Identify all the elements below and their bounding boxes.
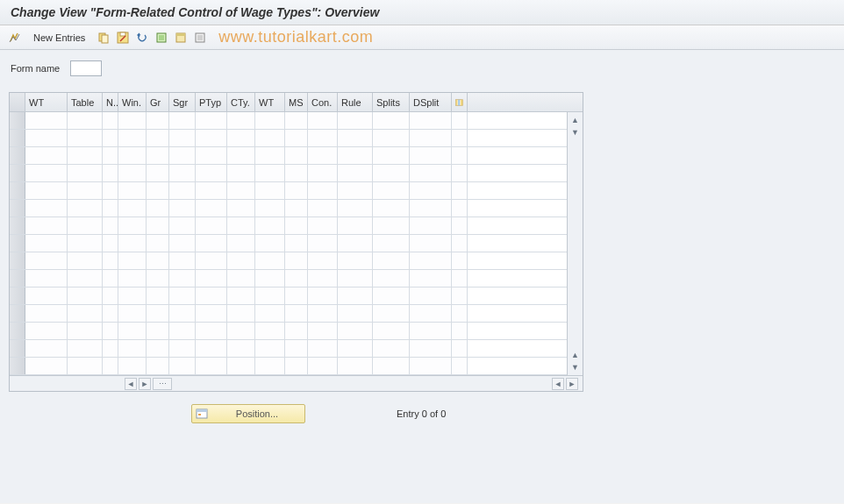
table-row[interactable] — [10, 130, 567, 147]
row-selector[interactable] — [10, 217, 25, 234]
select-block-icon[interactable] — [173, 30, 189, 46]
svg-rect-5 — [159, 35, 164, 40]
table-row[interactable] — [10, 358, 567, 375]
table-row[interactable] — [10, 287, 567, 305]
scroll-down-small-icon[interactable]: ▼ — [569, 126, 582, 138]
col-wt[interactable]: WT — [25, 93, 68, 111]
deselect-all-icon[interactable] — [192, 30, 208, 46]
entry-status: Entry 0 of 0 — [397, 408, 446, 419]
col-ptyp[interactable]: PTyp — [196, 93, 227, 111]
row-selector[interactable] — [10, 270, 25, 287]
col-gr[interactable]: Gr — [147, 93, 169, 111]
row-selector[interactable] — [10, 200, 25, 217]
col-dsplit[interactable]: DSplit — [410, 93, 452, 111]
col-rule[interactable]: Rule — [338, 93, 373, 111]
row-selector[interactable] — [10, 323, 25, 339]
table-row[interactable] — [10, 147, 567, 165]
table-row[interactable] — [10, 182, 567, 200]
table-header: WT Table N.. Win. Gr Sgr PTyp CTy. WT MS… — [10, 93, 583, 112]
select-all-column[interactable] — [10, 93, 25, 111]
table-row[interactable] — [10, 165, 567, 182]
content-area: Form name WT Table N.. Win. Gr Sgr PTyp … — [0, 50, 844, 503]
col-ms[interactable]: MS — [285, 93, 308, 111]
page-title: Change View "Form-Related Control of Wag… — [0, 0, 844, 25]
footer: Position... Entry 0 of 0 — [191, 404, 835, 423]
scroll-drag-icon[interactable]: ⋯ — [153, 378, 172, 390]
position-icon — [196, 408, 208, 420]
row-selector[interactable] — [10, 340, 25, 357]
watermark: www.tutorialkart.com — [218, 28, 373, 46]
scroll-left-icon[interactable]: ◄ — [125, 378, 137, 390]
row-selector[interactable] — [10, 112, 25, 129]
configure-columns-icon[interactable] — [452, 93, 468, 111]
col-splits[interactable]: Splits — [373, 93, 410, 111]
toolbar: New Entries www.tutorialkart.com — [0, 25, 844, 50]
row-selector[interactable] — [10, 165, 25, 181]
table-rows — [10, 112, 567, 375]
position-button[interactable]: Position... — [191, 404, 305, 423]
col-wt2[interactable]: WT — [255, 93, 285, 111]
copy-icon[interactable] — [96, 30, 111, 46]
col-con[interactable]: Con. — [308, 93, 338, 111]
svg-rect-15 — [197, 409, 207, 412]
table-row[interactable] — [10, 323, 567, 340]
row-selector[interactable] — [10, 252, 25, 269]
undo-icon[interactable] — [134, 30, 150, 46]
row-selector[interactable] — [10, 182, 25, 199]
row-selector[interactable] — [10, 147, 25, 164]
horizontal-scrollbar[interactable]: ◄ ► ⋯ ◄ ► — [10, 375, 583, 391]
select-all-icon[interactable] — [154, 30, 169, 46]
svg-rect-16 — [198, 414, 201, 415]
row-selector[interactable] — [10, 235, 25, 252]
svg-rect-11 — [456, 99, 458, 104]
form-name-row: Form name — [9, 60, 835, 76]
row-selector[interactable] — [10, 358, 25, 374]
scroll-right-end-icon[interactable]: ► — [566, 378, 578, 390]
new-entries-button[interactable]: New Entries — [26, 31, 92, 45]
vertical-scrollbar[interactable]: ▲ ▼ ▲ ▼ — [567, 112, 583, 375]
table-row[interactable] — [10, 112, 567, 130]
col-table[interactable]: Table — [68, 93, 103, 111]
row-selector[interactable] — [10, 130, 25, 146]
scroll-left-end-icon[interactable]: ◄ — [552, 378, 564, 390]
table-control: WT Table N.. Win. Gr Sgr PTyp CTy. WT MS… — [9, 92, 583, 392]
svg-rect-7 — [176, 33, 185, 36]
col-cty[interactable]: CTy. — [227, 93, 255, 111]
row-selector[interactable] — [10, 287, 25, 304]
col-sgr[interactable]: Sgr — [169, 93, 196, 111]
svg-rect-12 — [458, 99, 460, 104]
form-name-label: Form name — [11, 63, 60, 74]
svg-rect-1 — [102, 35, 108, 43]
table-row[interactable] — [10, 270, 567, 287]
table-body: ▲ ▼ ▲ ▼ — [10, 112, 583, 375]
save-icon[interactable] — [115, 30, 131, 46]
table-row[interactable] — [10, 340, 567, 358]
scroll-right-icon[interactable]: ► — [139, 378, 151, 390]
col-win[interactable]: Win. — [118, 93, 147, 111]
svg-rect-3 — [120, 32, 125, 36]
table-row[interactable] — [10, 252, 567, 270]
row-selector[interactable] — [10, 305, 25, 322]
table-row[interactable] — [10, 217, 567, 235]
scroll-down-icon[interactable]: ▼ — [569, 361, 582, 373]
form-name-input[interactable] — [70, 60, 102, 76]
toggle-icon[interactable] — [7, 30, 23, 46]
position-button-label: Position... — [213, 408, 301, 419]
scroll-up-small-icon[interactable]: ▲ — [569, 349, 582, 361]
header-scroll-spacer — [468, 93, 483, 111]
svg-rect-9 — [197, 35, 203, 40]
svg-rect-13 — [461, 99, 463, 104]
table-row[interactable] — [10, 235, 567, 252]
scroll-up-icon[interactable]: ▲ — [569, 114, 582, 126]
table-row[interactable] — [10, 200, 567, 217]
table-row[interactable] — [10, 305, 567, 323]
col-n[interactable]: N.. — [103, 93, 118, 111]
